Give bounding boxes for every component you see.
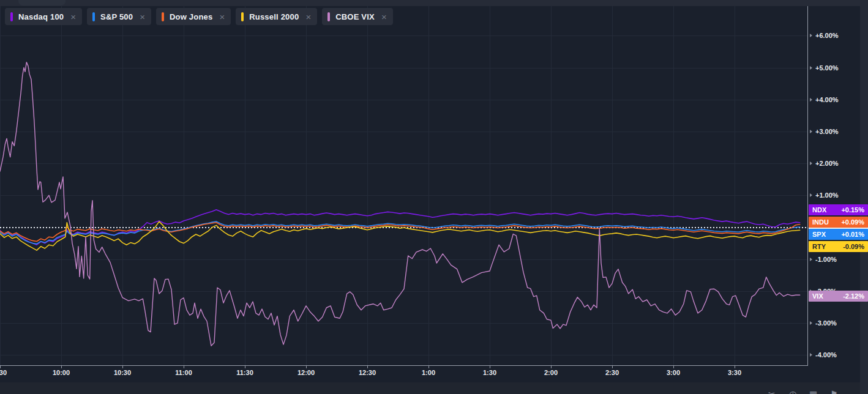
symbol-chip-label: Russell 2000	[249, 12, 299, 21]
time-axis-tick-label: 12:30	[354, 369, 381, 376]
time-axis-tick-label: 11:00	[170, 369, 197, 376]
time-axis-tick	[428, 366, 429, 368]
close-icon[interactable]: ×	[305, 12, 311, 21]
symbol-chip-bar: Nasdaq 100×S&P 500×Dow Jones×Russell 200…	[5, 8, 393, 25]
bottom-toolbar	[0, 382, 868, 394]
axis-tick-arrow-icon	[810, 130, 812, 133]
price-label-vix[interactable]: VIX-2.12%	[809, 291, 868, 302]
time-axis-tick	[0, 366, 1, 368]
time-axis-tick-label: 12:00	[293, 369, 320, 376]
price-axis-border	[807, 6, 808, 366]
price-label-change: -0.09%	[843, 243, 864, 250]
price-axis-tick-label: +6.00%	[815, 31, 839, 40]
chart-plot-area[interactable]	[0, 6, 808, 366]
price-label-ndx[interactable]: NDX+0.15%	[809, 204, 868, 215]
symbol-chip-nasdaq-100[interactable]: Nasdaq 100×	[5, 8, 82, 25]
price-axis-tick-label: +3.00%	[815, 127, 839, 136]
time-axis-tick-label: 2:00	[537, 369, 564, 376]
symbol-chip-dow-jones[interactable]: Dow Jones×	[156, 8, 231, 25]
time-axis-border	[0, 365, 808, 366]
axis-tick-arrow-icon	[810, 193, 812, 197]
price-label-change: +0.09%	[841, 218, 864, 226]
time-axis-tick-label: 1:30	[476, 369, 503, 376]
close-icon[interactable]: ×	[70, 12, 76, 21]
scissors-icon[interactable]: ✂	[768, 389, 776, 394]
time-axis-tick	[184, 366, 184, 368]
time-axis-tick	[673, 366, 674, 368]
close-icon[interactable]: ×	[140, 12, 145, 21]
grid-icon[interactable]: ▦	[809, 389, 817, 394]
axis-tick-arrow-icon	[810, 353, 812, 357]
clock-icon[interactable]: ◷	[789, 389, 796, 394]
series-color-bar	[162, 12, 164, 21]
time-axis-tick	[306, 366, 307, 368]
price-axis-tick-label: -3.00%	[815, 319, 837, 327]
time-axis-tick-label: 9:30	[0, 369, 13, 376]
symbol-chip-label: Dow Jones	[170, 12, 212, 21]
series-color-bar	[327, 12, 330, 21]
axis-tick-arrow-icon	[810, 321, 812, 325]
price-label-symbol: NDX	[812, 206, 826, 214]
series-color-bar	[92, 12, 95, 21]
symbol-chip-label: CBOE VIX	[335, 12, 375, 21]
time-axis-tick	[612, 366, 613, 368]
symbol-chip-label: Nasdaq 100	[18, 12, 64, 21]
time-axis-tick-label: 10:00	[48, 369, 75, 376]
price-label-symbol: INDU	[812, 218, 829, 226]
time-axis-tick-label: 3:00	[660, 369, 687, 376]
series-color-bar	[10, 12, 13, 21]
axis-tick-arrow-icon	[810, 258, 812, 261]
chart-panel: Nasdaq 100×S&P 500×Dow Jones×Russell 200…	[0, 0, 868, 394]
price-axis-tick-label: +5.00%	[815, 64, 839, 72]
price-label-indu[interactable]: INDU+0.09%	[809, 217, 868, 228]
price-label-spx[interactable]: SPX+0.01%	[809, 229, 868, 240]
price-label-change: +0.15%	[841, 206, 864, 214]
time-axis-tick-label: 2:30	[599, 369, 626, 376]
close-icon[interactable]: ×	[381, 12, 387, 21]
right-edge-gutter[interactable]	[860, 0, 868, 394]
time-axis-tick	[61, 366, 62, 368]
time-axis-tick	[245, 366, 245, 368]
series-line-indu	[0, 223, 800, 242]
axis-tick-arrow-icon	[810, 66, 812, 70]
price-axis-tick-label: +1.00%	[815, 191, 839, 199]
price-label-symbol: SPX	[812, 231, 826, 238]
time-axis-tick	[490, 366, 490, 368]
time-axis-tick	[122, 366, 123, 368]
series-lines	[0, 6, 808, 366]
axis-tick-arrow-icon	[810, 162, 812, 165]
pane-collapsed-tab[interactable]	[18, 0, 65, 6]
series-line-vix	[0, 62, 800, 346]
time-axis-tick	[735, 366, 735, 368]
close-icon[interactable]: ×	[219, 12, 225, 21]
time-axis-tick-label: 3:30	[721, 369, 748, 376]
flag-icon[interactable]: ⚑	[830, 389, 838, 394]
price-label-rty[interactable]: RTY-0.09%	[809, 241, 868, 252]
time-axis-tick	[551, 366, 552, 368]
symbol-chip-label: S&P 500	[100, 12, 133, 21]
price-axis-tick-label: +4.00%	[815, 95, 839, 104]
price-label-change: +0.01%	[841, 231, 864, 238]
series-line-ndx	[0, 210, 800, 245]
price-axis-tick-label: +2.00%	[815, 159, 839, 168]
time-axis-tick-label: 11:30	[231, 369, 258, 376]
time-axis-tick	[367, 366, 368, 368]
symbol-chip-russell-2000[interactable]: Russell 2000×	[236, 8, 317, 25]
pane-top-edge	[0, 0, 868, 6]
symbol-chip-s-p-500[interactable]: S&P 500×	[87, 8, 151, 25]
series-color-bar	[241, 12, 244, 21]
axis-tick-arrow-icon	[810, 98, 812, 102]
time-axis-tick-label: 10:30	[109, 369, 136, 376]
price-label-symbol: VIX	[812, 292, 823, 300]
price-axis-tick-label: -4.00%	[815, 351, 837, 359]
symbol-chip-cboe-vix[interactable]: CBOE VIX×	[322, 8, 393, 25]
price-axis-tick-label: -1.00%	[815, 255, 837, 264]
axis-tick-arrow-icon	[810, 34, 812, 37]
price-label-change: -2.12%	[843, 292, 864, 300]
time-axis-tick-label: 1:00	[415, 369, 442, 376]
price-label-symbol: RTY	[812, 243, 826, 250]
